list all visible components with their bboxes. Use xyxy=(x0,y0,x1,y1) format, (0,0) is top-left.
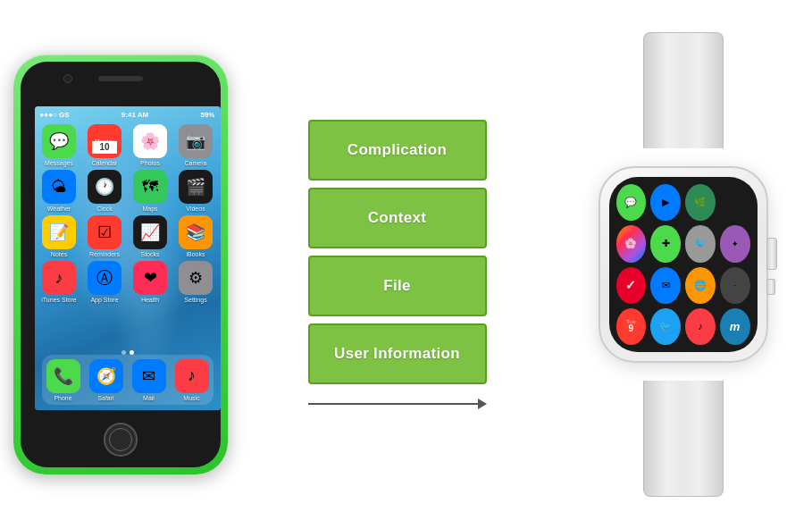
app-stocks-label: Stocks xyxy=(140,251,159,257)
box-file: File xyxy=(308,256,487,316)
app-weather-icon: 🌤 xyxy=(42,170,76,204)
app-photos-label: Photos xyxy=(140,160,160,166)
watch-app-play: ▶ xyxy=(650,184,681,221)
iphone-body: ●●●○ GS 9:41 AM 59% 💬 Messages 10Monday xyxy=(13,55,228,474)
app-appstore: Ⓐ App Store xyxy=(84,261,126,303)
dock-mail-label: Mail xyxy=(143,395,155,401)
app-videos-label: Videos xyxy=(186,206,205,212)
app-clock: 🕐 Clock xyxy=(84,170,126,212)
watch-app-twitter: 🐦 xyxy=(650,308,681,345)
watch-app-empty1 xyxy=(720,184,750,221)
svg-text:Monday: Monday xyxy=(95,139,113,144)
app-appstore-label: App Store xyxy=(90,297,118,303)
arrow-head xyxy=(478,399,487,409)
box-complication: Complication xyxy=(308,120,487,181)
iphone-inner: ●●●○ GS 9:41 AM 59% 💬 Messages 10Monday xyxy=(21,62,221,467)
app-ibooks-icon: 📚 xyxy=(179,215,213,249)
app-reminders-icon: ☑ xyxy=(88,215,121,249)
app-itunes-label: iTunes Store xyxy=(41,297,76,303)
app-calendar-icon: 10Monday xyxy=(88,124,121,158)
app-itunes-icon: ♪ xyxy=(42,261,76,295)
app-camera-icon: 📷 xyxy=(179,124,213,158)
app-clock-icon: 🕐 xyxy=(88,170,121,204)
box-user-information: User Information xyxy=(308,323,487,384)
app-calendar-label: Calendar xyxy=(92,160,117,166)
middle-section: Complication Context File User Informati… xyxy=(308,120,487,409)
iphone-dock: 📞 Phone 🧭 Safari ✉ Mail ♪ xyxy=(42,355,213,405)
battery-label: 59% xyxy=(200,111,214,119)
watch-band-bottom xyxy=(643,381,724,497)
app-messages: 💬 Messages xyxy=(38,124,80,166)
app-weather-label: Weather xyxy=(47,206,71,212)
watch-body: 💬 ▶ 🌿 🌸 ✚ 🐦 ✦ ✓ ✉ 🌐 · Tue9 🐦 ♪ xyxy=(599,166,768,363)
watch-app-swift: 🐦 xyxy=(685,225,716,262)
time-label: 9:41 AM xyxy=(121,111,148,119)
carrier-label: ●●●○ GS xyxy=(40,111,70,119)
watch-side-button[interactable] xyxy=(766,279,775,295)
app-videos-icon: 🎬 xyxy=(179,170,213,204)
app-notes: 📝 Notes xyxy=(38,215,80,257)
app-maps-label: Maps xyxy=(142,206,157,212)
app-health: ❤ Health xyxy=(130,261,172,303)
app-settings-icon: ⚙ xyxy=(179,261,213,295)
watch-app-photos: 🌸 xyxy=(616,225,647,262)
apple-watch-device: 💬 ▶ 🌿 🌸 ✚ 🐦 ✦ ✓ ✉ 🌐 · Tue9 🐦 ♪ xyxy=(567,32,799,497)
watch-app-globe: 🌐 xyxy=(685,267,716,304)
dock-phone: 📞 Phone xyxy=(46,359,80,401)
box-user-information-label: User Information xyxy=(334,345,460,363)
app-maps: 🗺 Maps xyxy=(130,170,172,212)
dock-mail-icon: ✉ xyxy=(132,359,166,393)
app-clock-label: Clock xyxy=(96,206,113,212)
dock-safari-label: Safari xyxy=(97,395,113,401)
app-itunes: ♪ iTunes Store xyxy=(38,261,80,303)
app-health-label: Health xyxy=(141,297,159,303)
app-reminders-label: Reminders xyxy=(89,251,120,257)
app-notes-label: Notes xyxy=(51,251,67,257)
app-reminders: ☑ Reminders xyxy=(84,215,126,257)
app-stocks-icon: 📈 xyxy=(133,215,167,249)
app-photos-icon: 🌸 xyxy=(133,124,167,158)
dock-music-label: Music xyxy=(183,395,199,401)
app-camera-label: Camera xyxy=(185,160,207,166)
watch-band-top xyxy=(643,32,724,148)
app-messages-label: Messages xyxy=(45,160,73,166)
dock-music: ♪ Music xyxy=(175,359,209,401)
watch-app-purple: ✦ xyxy=(720,225,750,262)
dock-music-icon: ♪ xyxy=(175,359,209,393)
app-grid: 💬 Messages 10Monday Calendar 🌸 Photos xyxy=(38,124,217,303)
watch-app-moom: m xyxy=(720,308,750,345)
box-context: Context xyxy=(308,188,487,248)
dock-safari-icon: 🧭 xyxy=(89,359,123,393)
app-calendar: 10Monday Calendar xyxy=(84,124,126,166)
dock-safari: 🧭 Safari xyxy=(89,359,123,401)
iphone-home-button[interactable] xyxy=(104,423,138,457)
app-maps-icon: 🗺 xyxy=(133,170,167,204)
iphone-device: ●●●○ GS 9:41 AM 59% 💬 Messages 10Monday xyxy=(13,55,228,474)
watch-app-music: ♪ xyxy=(685,308,716,345)
app-videos: 🎬 Videos xyxy=(175,170,217,212)
watch-app-calendar: Tue9 xyxy=(616,308,647,345)
watch-crown[interactable] xyxy=(766,238,777,270)
watch-app-nike: ✓ xyxy=(616,267,647,304)
box-file-label: File xyxy=(383,277,411,295)
iphone-status-bar: ●●●○ GS 9:41 AM 59% xyxy=(35,106,221,122)
app-stocks: 📈 Stocks xyxy=(130,215,172,257)
iphone-camera xyxy=(63,74,72,83)
transfer-arrow xyxy=(308,399,487,409)
main-scene: ●●●○ GS 9:41 AM 59% 💬 Messages 10Monday xyxy=(13,10,799,519)
app-messages-icon: 💬 xyxy=(42,124,76,158)
watch-app-mail: ✉ xyxy=(650,267,681,304)
app-camera: 📷 Camera xyxy=(175,124,217,166)
app-settings: ⚙ Settings xyxy=(175,261,217,303)
iphone-speaker xyxy=(98,76,143,81)
app-weather: 🌤 Weather xyxy=(38,170,80,212)
watch-app-messages: 💬 xyxy=(616,184,647,221)
watch-screen: 💬 ▶ 🌿 🌸 ✚ 🐦 ✦ ✓ ✉ 🌐 · Tue9 🐦 ♪ xyxy=(609,177,758,352)
box-complication-label: Complication xyxy=(347,141,447,159)
dock-phone-icon: 📞 xyxy=(46,359,80,393)
dock-phone-label: Phone xyxy=(54,395,71,401)
app-health-icon: ❤ xyxy=(133,261,167,295)
box-context-label: Context xyxy=(368,209,426,227)
watch-app-dot: · xyxy=(720,267,750,304)
app-settings-label: Settings xyxy=(184,297,206,303)
